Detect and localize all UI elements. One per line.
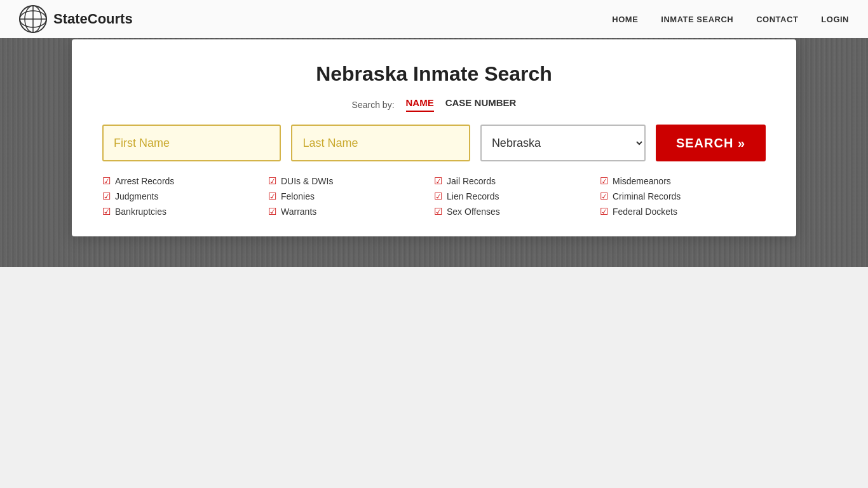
tab-name[interactable]: NAME (406, 97, 434, 112)
checkbox-warrants: ☑ Warrants (268, 206, 434, 217)
checkbox-label: Sex Offenses (447, 207, 500, 217)
nav-home[interactable]: HOME (612, 15, 638, 24)
checkbox-label: Bankruptcies (115, 207, 166, 217)
checkbox-sex-offenses: ☑ Sex Offenses (434, 206, 600, 217)
search-by-row: Search by: NAME CASE NUMBER (102, 97, 766, 112)
checkbox-label: Lien Records (447, 191, 499, 201)
check-icon: ☑ (600, 175, 608, 187)
first-name-input[interactable] (102, 125, 281, 161)
search-inputs-row: Nebraska AlabamaAlaskaArizonaArkansas Ca… (102, 125, 766, 161)
search-button[interactable]: SEARCH » (656, 125, 766, 161)
logo-area[interactable]: StateCourts (19, 5, 133, 33)
checkboxes-grid: ☑ Arrest Records ☑ DUIs & DWIs ☑ Jail Re… (102, 175, 766, 217)
nav-inmate-search[interactable]: INMATE SEARCH (661, 15, 733, 24)
check-icon: ☑ (268, 191, 276, 202)
checkbox-label: Criminal Records (613, 191, 681, 201)
checkbox-label: Felonies (281, 191, 315, 201)
check-icon: ☑ (434, 206, 442, 217)
search-by-label: Search by: (352, 100, 395, 110)
checkbox-arrest-records: ☑ Arrest Records (102, 175, 268, 187)
logo-text: StateCourts (53, 11, 133, 27)
check-icon: ☑ (102, 206, 111, 217)
nav-links: HOME INMATE SEARCH CONTACT LOGIN (612, 15, 849, 24)
state-select[interactable]: Nebraska AlabamaAlaskaArizonaArkansas Ca… (480, 125, 646, 161)
checkbox-felonies: ☑ Felonies (268, 191, 434, 202)
check-icon: ☑ (102, 191, 111, 202)
checkbox-judgments: ☑ Judgments (102, 191, 268, 202)
navbar: StateCourts HOME INMATE SEARCH CONTACT L… (0, 0, 868, 38)
checkbox-label: Judgments (115, 191, 158, 201)
logo-icon (19, 5, 47, 33)
checkbox-federal-dockets: ☑ Federal Dockets (600, 206, 766, 217)
checkbox-bankruptcies: ☑ Bankruptcies (102, 206, 268, 217)
nav-contact[interactable]: CONTACT (756, 15, 798, 24)
checkbox-jail-records: ☑ Jail Records (434, 175, 600, 187)
checkbox-label: Misdemeanors (613, 176, 671, 186)
check-icon: ☑ (600, 206, 608, 217)
nav-login[interactable]: LOGIN (821, 15, 849, 24)
tab-case-number[interactable]: CASE NUMBER (445, 97, 517, 112)
checkbox-lien-records: ☑ Lien Records (434, 191, 600, 202)
checkbox-label: Federal Dockets (613, 207, 677, 217)
last-name-input[interactable] (291, 125, 470, 161)
header: COURTHOUSE StateCourts HOME INMATE SEARC… (0, 0, 868, 267)
check-icon: ☑ (434, 191, 442, 202)
checkbox-label: Warrants (281, 207, 316, 217)
search-modal: Nebraska Inmate Search Search by: NAME C… (72, 39, 796, 236)
check-icon: ☑ (434, 175, 442, 187)
checkbox-duis-dwis: ☑ DUIs & DWIs (268, 175, 434, 187)
modal-title: Nebraska Inmate Search (102, 62, 766, 86)
check-icon: ☑ (268, 206, 276, 217)
checkbox-label: Jail Records (447, 176, 496, 186)
checkbox-misdemeanors: ☑ Misdemeanors (600, 175, 766, 187)
check-icon: ☑ (600, 191, 608, 202)
check-icon: ☑ (268, 175, 276, 187)
checkbox-label: Arrest Records (115, 176, 174, 186)
check-icon: ☑ (102, 175, 111, 187)
checkbox-label: DUIs & DWIs (281, 176, 333, 186)
checkbox-criminal-records: ☑ Criminal Records (600, 191, 766, 202)
